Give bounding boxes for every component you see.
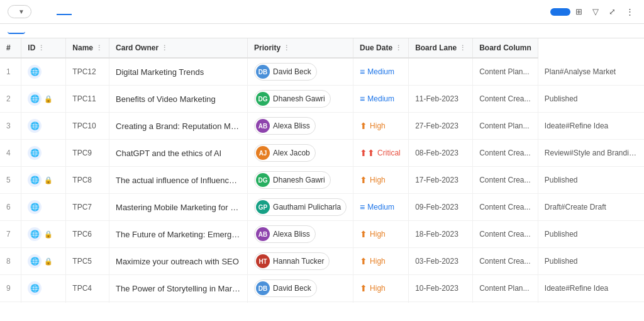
tab-list[interactable] xyxy=(57,9,72,15)
cell-name[interactable]: Creating a Brand: Reputation Manae... xyxy=(109,113,248,140)
col-name: Name⋮ xyxy=(66,38,109,58)
cell-duedate: 09-Feb-2023 xyxy=(409,194,473,221)
owner-name: Dhanesh Gawri xyxy=(273,94,325,103)
owner-name: Gauthami Pulicharla xyxy=(273,203,341,211)
tab-more[interactable] xyxy=(87,9,97,14)
owner-name: Alexa Bliss xyxy=(273,230,310,239)
table-wrap: # ID⋮ Name⋮ Card Owner⋮ Priority⋮ Due Da… xyxy=(0,38,644,303)
col-num: # xyxy=(0,38,21,58)
col-duedate-drag[interactable]: ⋮ xyxy=(395,44,402,52)
globe-icon[interactable]: 🌐 xyxy=(28,227,42,241)
col-name-drag[interactable]: ⋮ xyxy=(96,44,103,52)
cell-owner: AJ Alex Jacob xyxy=(248,140,353,167)
cell-priority: ⬆ High xyxy=(353,113,409,140)
globe-icon[interactable]: 🌐 xyxy=(28,146,42,160)
cell-duedate: 10-Feb-2023 xyxy=(409,275,473,302)
cell-boardcol: Draft#Create Draft xyxy=(538,194,644,221)
priority-badge: ⬆ High xyxy=(360,256,402,266)
globe-icon[interactable]: 🌐 xyxy=(28,254,42,268)
cell-boardcol: Review#Style and Branding Revie xyxy=(538,140,644,167)
globe-icon[interactable]: 🌐 xyxy=(28,173,42,187)
globe-icon[interactable]: 🌐 xyxy=(28,281,42,295)
cell-id: TPC9 xyxy=(66,140,109,167)
cell-owner: AB Alexa Bliss xyxy=(248,113,353,140)
col-owner-drag[interactable]: ⋮ xyxy=(161,44,168,52)
owner-name: Alex Jacob xyxy=(273,149,310,157)
cell-owner: DB David Beck xyxy=(248,58,353,86)
col-id-drag[interactable]: ⋮ xyxy=(38,44,45,52)
cell-priority: ≡ Medium xyxy=(353,194,409,221)
avatar: HT xyxy=(256,254,270,268)
cell-boardlane: Content Plan... xyxy=(473,302,538,303)
priority-icon: ⬆⬆ xyxy=(360,148,375,158)
cell-priority: ⬆ High xyxy=(353,248,409,275)
globe-icon[interactable]: 🌐 xyxy=(28,119,42,133)
cell-num: 7 xyxy=(0,221,21,248)
cell-name[interactable]: Benefits of Video Marketing xyxy=(109,86,248,113)
filter-dropdown[interactable]: ▼ xyxy=(8,5,31,18)
more-action[interactable]: ⋮ xyxy=(626,7,636,16)
cell-name[interactable]: The Power of Storytelling in Marketi... xyxy=(109,275,248,302)
priority-badge: ≡ Medium xyxy=(360,94,402,104)
filter-action[interactable]: ▽ xyxy=(592,7,601,16)
cell-id: TPC6 xyxy=(66,221,109,248)
globe-icon[interactable]: 🌐 xyxy=(28,65,42,79)
tab-timeline[interactable] xyxy=(72,9,87,15)
table-row: 6 🌐 TPC7 Mastering Mobile Marketing for … xyxy=(0,194,644,221)
cell-icons: 🌐 xyxy=(21,194,66,221)
cell-priority: ⬆ High xyxy=(353,302,409,303)
cell-name[interactable]: ChatGPT and the ethics of AI xyxy=(109,140,248,167)
subtab-all-cards[interactable] xyxy=(8,28,25,34)
cell-icons: 🌐 🔒 xyxy=(21,167,66,194)
subtab-action-items[interactable] xyxy=(43,28,60,33)
expand-action[interactable]: ⤢ xyxy=(609,7,618,16)
owner-badge[interactable]: DG Dhanesh Gawri xyxy=(254,90,331,108)
cell-num: 9 xyxy=(0,275,21,302)
add-button[interactable] xyxy=(550,8,570,16)
view-tabs xyxy=(42,9,97,15)
priority-icon: ⬆ xyxy=(360,283,367,293)
globe-icon[interactable]: 🌐 xyxy=(28,92,42,106)
edit-action[interactable]: ⊞ xyxy=(575,7,585,16)
priority-icon: ≡ xyxy=(360,202,365,212)
table-row: 5 🌐 🔒 TPC8 The actual influence of Influ… xyxy=(0,167,644,194)
cell-name[interactable]: Maximize your outreach with SEO xyxy=(109,248,248,275)
globe-icon[interactable]: 🌐 xyxy=(28,200,42,214)
priority-icon: ⬆ xyxy=(360,121,367,131)
priority-label: Medium xyxy=(367,94,394,103)
owner-name: Dhanesh Gawri xyxy=(273,176,325,184)
owner-badge[interactable]: GP Gauthami Pulicharla xyxy=(254,198,347,216)
col-priority-drag[interactable]: ⋮ xyxy=(283,44,290,52)
cell-name[interactable]: The Future of Marketing: Emerging ... xyxy=(109,221,248,248)
cell-icons: 🌐 xyxy=(21,302,66,303)
tab-board[interactable] xyxy=(42,9,57,15)
table-row: 4 🌐 TPC9 ChatGPT and the ethics of AI AJ… xyxy=(0,140,644,167)
cell-boardcol: Plan#Analyse Market xyxy=(538,302,644,303)
cell-num: 1 xyxy=(0,58,21,86)
owner-badge[interactable]: DB David Beck xyxy=(254,63,317,81)
dropdown-arrow-icon: ▼ xyxy=(18,8,25,15)
owner-badge[interactable]: AJ Alex Jacob xyxy=(254,144,316,162)
cell-name[interactable]: Revolutionize the way you advertise... xyxy=(109,302,248,303)
priority-label: High xyxy=(370,121,386,130)
subtab-topics[interactable] xyxy=(25,28,43,33)
cell-boardlane: Content Crea... xyxy=(473,167,538,194)
cell-icons: 🌐 🔒 xyxy=(21,248,66,275)
col-boardlane-drag[interactable]: ⋮ xyxy=(459,44,466,52)
cell-name[interactable]: Digital Marketing Trends xyxy=(109,58,248,86)
owner-badge[interactable]: AB Alexa Bliss xyxy=(254,225,316,243)
avatar: DG xyxy=(256,173,270,187)
owner-badge[interactable]: HT Hannah Tucker xyxy=(254,252,330,270)
cell-num: 3 xyxy=(0,113,21,140)
priority-icon: ⬆ xyxy=(360,229,367,239)
priority-badge: ⬆⬆ Critical xyxy=(360,148,402,158)
cell-boardcol: Plan#Analyse Market xyxy=(538,58,644,86)
table-row: 8 🌐 🔒 TPC5 Maximize your outreach with S… xyxy=(0,248,644,275)
cell-id: TPC11 xyxy=(66,86,109,113)
cell-name[interactable]: Mastering Mobile Marketing for Bus... xyxy=(109,194,248,221)
owner-badge[interactable]: DB David Beck xyxy=(254,279,317,297)
cell-name[interactable]: The actual influence of Influencer M... xyxy=(109,167,248,194)
cell-id: TPC4 xyxy=(66,275,109,302)
owner-badge[interactable]: AB Alexa Bliss xyxy=(254,117,316,135)
owner-badge[interactable]: DG Dhanesh Gawri xyxy=(254,171,331,189)
